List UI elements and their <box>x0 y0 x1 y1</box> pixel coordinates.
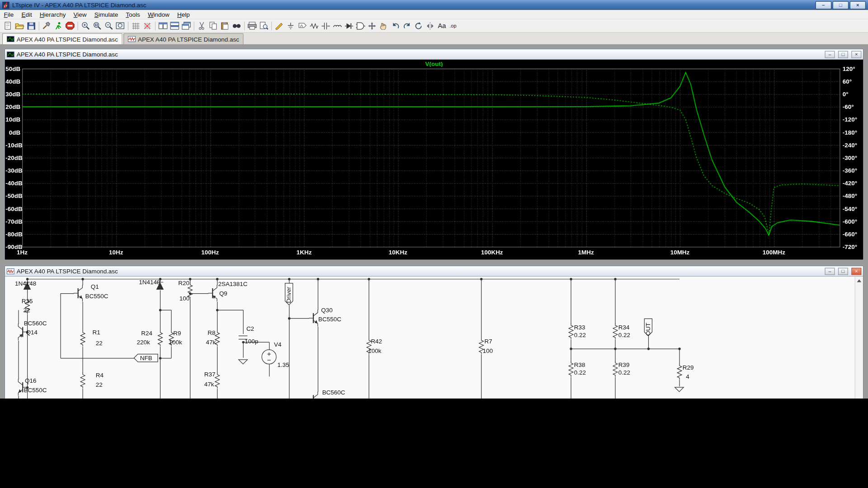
scroll-up-button[interactable] <box>855 277 863 284</box>
schematic-label[interactable]: BC550C <box>318 316 341 323</box>
schematic-label[interactable]: 0.22 <box>574 332 586 338</box>
copy-button[interactable] <box>208 20 219 31</box>
junction-dot[interactable] <box>614 278 616 280</box>
schematic-label[interactable]: R33 <box>574 324 585 331</box>
pnp-transistor-symbol[interactable] <box>212 285 217 291</box>
schematic-label[interactable]: 22 <box>23 307 30 314</box>
schematic-label[interactable]: BC560C <box>322 389 345 396</box>
schematic-label[interactable]: 1.35 <box>277 361 289 368</box>
schematic-label[interactable]: R7 <box>484 338 492 345</box>
schematic-label[interactable]: 220k <box>137 339 150 346</box>
schematic-vertical-scrollbar[interactable] <box>855 277 863 399</box>
tab-schematic[interactable]: APEX A40 PA LTSPICE Diamond.asc <box>123 33 244 44</box>
junction-dot[interactable] <box>159 309 161 311</box>
junction-dot[interactable] <box>614 347 616 350</box>
junction-dot[interactable] <box>216 309 218 311</box>
menu-file[interactable]: File <box>0 10 18 18</box>
schematic-label[interactable]: R37 <box>204 371 216 378</box>
npn-transistor-symbol[interactable] <box>18 389 23 395</box>
schematic-label[interactable]: R1 <box>92 329 100 336</box>
ground-symbol[interactable] <box>239 360 248 364</box>
child-minimize-button[interactable]: – <box>825 51 835 58</box>
redo-button[interactable] <box>401 20 413 31</box>
schematic-drawing[interactable]: 1N4148Q1BC550CR3522BC560CQ14R122R24220kR… <box>5 277 855 399</box>
npn-transistor-symbol[interactable] <box>313 320 318 326</box>
junction-dot[interactable] <box>678 347 680 350</box>
bode-plot-canvas[interactable] <box>5 60 863 259</box>
zoom-in-button[interactable] <box>80 20 91 31</box>
schematic-label[interactable]: 1N4148 <box>15 280 36 287</box>
voltage-source-symbol[interactable] <box>262 350 276 364</box>
tab-waveform[interactable]: APEX A40 PA LTSPICE Diamond.asc <box>2 33 123 44</box>
new-schematic-button[interactable] <box>2 20 14 31</box>
schematic-label[interactable]: BC550C <box>24 387 47 394</box>
schematic-label[interactable]: Q30 <box>321 307 332 314</box>
schematic-label[interactable]: BC550C <box>85 293 108 300</box>
schematic-label[interactable]: NFB <box>140 355 152 361</box>
undo-button[interactable] <box>390 20 401 31</box>
resistor-symbol[interactable] <box>215 373 220 388</box>
text-button[interactable]: Aa <box>436 20 448 31</box>
menu-tools[interactable]: Tools <box>122 10 144 18</box>
diode-button[interactable] <box>343 20 355 31</box>
schematic-label[interactable]: 47k <box>206 339 216 346</box>
move-button[interactable] <box>367 20 378 31</box>
spice-directive-button[interactable]: .op <box>448 20 460 31</box>
resistor-symbol[interactable] <box>158 331 163 346</box>
schematic-label[interactable]: R35 <box>22 298 33 305</box>
junction-dot[interactable] <box>570 347 572 350</box>
print-button[interactable] <box>246 20 258 31</box>
pnp-transistor-symbol[interactable] <box>313 392 318 398</box>
plot-trace-label[interactable]: V(out) <box>5 60 863 67</box>
schematic-label[interactable]: R29 <box>683 364 694 371</box>
npn-transistor-symbol[interactable] <box>313 310 318 316</box>
schematic-label[interactable]: R8 <box>208 329 215 336</box>
maximize-button[interactable]: □ <box>833 1 849 9</box>
open-button[interactable] <box>14 20 26 31</box>
resistor-button[interactable] <box>308 20 320 31</box>
npn-transistor-symbol[interactable] <box>78 296 83 301</box>
junction-dot[interactable] <box>480 278 482 280</box>
schematic-label[interactable]: V4 <box>274 341 282 348</box>
npn-arrow-icon[interactable] <box>80 296 82 298</box>
schematic-label[interactable]: R4 <box>96 372 104 379</box>
schematic-label[interactable]: R42 <box>371 338 382 345</box>
npn-transistor-symbol[interactable] <box>78 285 83 291</box>
schematic-label[interactable]: 22 <box>96 340 103 347</box>
npn-transistor-symbol[interactable] <box>18 379 23 385</box>
mirror-button[interactable] <box>425 20 436 31</box>
schematic-label[interactable]: 100 <box>179 295 189 302</box>
ground-button[interactable] <box>285 20 297 31</box>
schematic-label[interactable]: Q14 <box>26 329 38 336</box>
child-maximize-button[interactable]: □ <box>838 51 848 58</box>
npn-arrow-icon[interactable] <box>19 390 21 393</box>
resistor-symbol[interactable] <box>569 324 573 339</box>
schematic-label[interactable]: Q9 <box>219 290 227 297</box>
junction-dot[interactable] <box>216 278 218 280</box>
pnp-transistor-symbol[interactable] <box>18 324 23 329</box>
ground-symbol[interactable] <box>675 387 684 392</box>
schematic-label[interactable]: R34 <box>618 324 630 331</box>
resistor-symbol[interactable] <box>613 324 618 339</box>
cut-button[interactable] <box>196 20 208 31</box>
tile-horizontal-button[interactable] <box>169 20 180 31</box>
schematic-label[interactable]: R24 <box>141 330 152 337</box>
component-button[interactable] <box>355 20 367 31</box>
resistor-symbol[interactable] <box>677 364 682 380</box>
zoom-rect-button[interactable] <box>91 20 103 31</box>
junction-dot[interactable] <box>647 347 650 350</box>
child-maximize-button[interactable]: □ <box>838 267 848 275</box>
schematic-label[interactable]: OUT <box>645 323 651 335</box>
run-button[interactable] <box>52 20 64 31</box>
schematic-label[interactable]: Driver <box>285 286 292 303</box>
wire-button[interactable] <box>274 20 285 31</box>
junction-dot[interactable] <box>570 278 572 280</box>
capacitor-button[interactable] <box>320 20 332 31</box>
schematic-label[interactable]: Q16 <box>25 377 36 384</box>
menu-hierarchy[interactable]: Hierarchy <box>36 10 70 18</box>
pnp-arrow-icon[interactable] <box>213 296 215 298</box>
schematic-label[interactable]: R9 <box>173 330 181 337</box>
schematic-label[interactable]: 100k <box>368 347 381 354</box>
schematic-label[interactable]: BC560C <box>24 320 47 327</box>
schematic-label[interactable]: R20 <box>178 280 189 286</box>
